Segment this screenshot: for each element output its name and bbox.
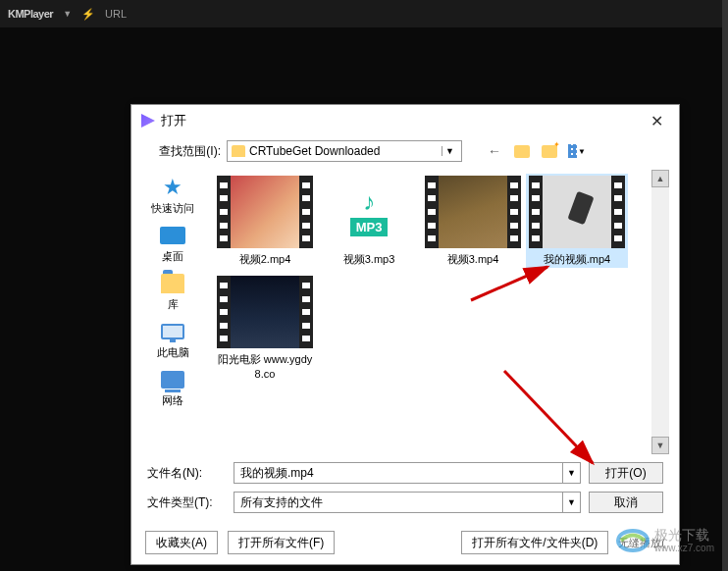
filename-label: 文件名(N): [147, 465, 226, 482]
filetype-label: 文件类型(T): [147, 494, 226, 511]
audio-thumbnail: ♪ MP3 [321, 176, 417, 248]
video-thumbnail [425, 176, 521, 248]
pc-icon [159, 320, 186, 343]
lookin-label: 查找范围(I): [147, 143, 221, 160]
filename-combo[interactable]: ▼ [234, 462, 581, 484]
watermark-text: 极光下载 [654, 527, 714, 544]
file-item-movie[interactable]: 阳光电影 www.ygdy8.co [214, 274, 316, 383]
network-icon [159, 368, 186, 391]
close-icon[interactable]: ✕ [645, 112, 669, 130]
lookin-row: 查找范围(I): CRTubeGet Downloaded ▼ ← ▼ [131, 136, 679, 166]
watermark-url: www.xz7.com [654, 543, 714, 554]
video-thumbnail [217, 276, 313, 348]
play-icon [141, 114, 155, 128]
file-label: 视频3.mp4 [447, 252, 499, 266]
place-library[interactable]: 库 [159, 272, 186, 312]
file-label: 我的视频.mp4 [544, 252, 610, 266]
scroll-up-button[interactable]: ▲ [651, 170, 669, 187]
back-icon[interactable]: ← [486, 142, 503, 160]
chevron-down-icon[interactable]: ▼ [562, 463, 580, 483]
new-folder-icon[interactable] [541, 142, 558, 160]
place-label: 快速访问 [151, 201, 194, 216]
folder-icon [232, 145, 245, 157]
dialog-title: 打开 [161, 112, 186, 130]
open-all-folder-button[interactable]: 打开所有文件/文件夹(D) [461, 531, 608, 554]
dialog-bottom-buttons: 收藏夹(A) 打开所有文件(F) 打开所有文件/文件夹(D) 无缝播放( [131, 525, 679, 564]
view-menu[interactable]: ▼ [568, 142, 586, 160]
open-button[interactable]: 打开(O) [589, 462, 663, 484]
file-label: 视频2.mp4 [239, 252, 291, 266]
filetype-input[interactable] [234, 493, 562, 512]
library-icon [159, 272, 186, 295]
video-thumbnail [529, 176, 625, 248]
dialog-fields: 文件名(N): ▼ 打开(O) 文件类型(T): ▼ 取消 [131, 454, 679, 525]
file-label: 阳光电影 www.ygdy8.co [216, 352, 314, 381]
open-all-files-button[interactable]: 打开所有文件(F) [228, 531, 335, 554]
cancel-button[interactable]: 取消 [589, 492, 663, 513]
file-item-audio3[interactable]: ♪ MP3 视频3.mp3 [318, 174, 420, 268]
star-icon: ★ [159, 176, 186, 199]
places-bar: ★ 快速访问 桌面 库 此电脑 网络 [141, 170, 204, 454]
watermark: 极光下载 www.xz7.com [615, 526, 714, 555]
chevron-down-icon[interactable]: ▼ [63, 9, 72, 19]
app-name: KMPlayer [8, 8, 53, 20]
video-thumbnail [217, 176, 313, 248]
watermark-logo-icon [615, 526, 650, 555]
filetype-combo[interactable]: ▼ [234, 492, 581, 513]
chevron-down-icon[interactable]: ▼ [442, 146, 457, 156]
place-label: 网络 [162, 393, 183, 408]
app-topbar: KMPlayer ▼ ⚡ URL [0, 0, 728, 27]
nav-icons: ← ▼ [486, 142, 586, 160]
folder-combo[interactable]: CRTubeGet Downloaded ▼ [227, 140, 462, 162]
place-quick-access[interactable]: ★ 快速访问 [151, 176, 194, 216]
favorites-button[interactable]: 收藏夹(A) [145, 531, 218, 554]
place-label: 库 [168, 297, 179, 312]
chevron-down-icon[interactable]: ▼ [562, 493, 580, 512]
desktop-icon [159, 224, 186, 247]
place-label: 此电脑 [157, 345, 189, 360]
music-note-icon: ♪ [363, 188, 375, 216]
open-file-dialog: 打开 ✕ 查找范围(I): CRTubeGet Downloaded ▼ ← ▼… [130, 104, 680, 565]
scroll-down-button[interactable]: ▼ [651, 437, 669, 454]
file-label: 视频3.mp3 [343, 252, 395, 266]
current-folder: CRTubeGet Downloaded [249, 144, 380, 158]
chevron-down-icon[interactable]: ▼ [578, 147, 586, 156]
dialog-titlebar: 打开 ✕ [131, 105, 679, 136]
url-label[interactable]: URL [105, 8, 127, 20]
place-label: 桌面 [162, 249, 183, 264]
mp3-badge: MP3 [350, 218, 389, 236]
grid-icon [568, 144, 577, 158]
dialog-body: ★ 快速访问 桌面 库 此电脑 网络 ▲ ▼ [131, 166, 679, 454]
bolt-icon[interactable]: ⚡ [81, 8, 95, 21]
folder-up-icon[interactable] [513, 142, 531, 160]
file-item-video2[interactable]: 视频2.mp4 [214, 174, 316, 268]
place-desktop[interactable]: 桌面 [159, 224, 186, 264]
right-edge-decoration [722, 0, 728, 571]
place-network[interactable]: 网络 [159, 368, 186, 408]
file-list[interactable]: ▲ ▼ 视频2.mp4 ♪ MP3 视频3.mp3 [212, 170, 669, 454]
filename-input[interactable] [234, 463, 562, 483]
file-item-video3[interactable]: 视频3.mp4 [422, 174, 524, 268]
file-item-myvideo[interactable]: 我的视频.mp4 [526, 174, 628, 268]
place-this-pc[interactable]: 此电脑 [157, 320, 189, 360]
